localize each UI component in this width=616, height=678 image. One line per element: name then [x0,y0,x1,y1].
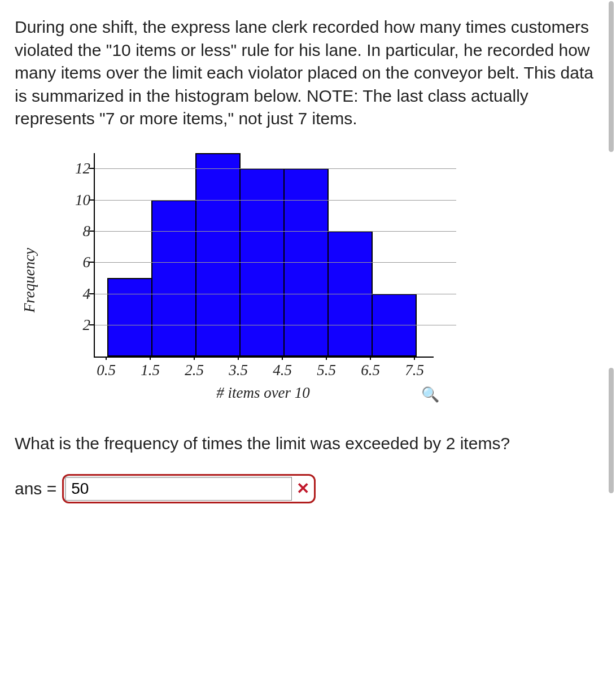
x-tick-label: 4.5 [273,360,292,380]
answer-row: ans = ✕ [15,474,601,503]
incorrect-icon: ✕ [296,478,309,499]
histogram-chart: Frequency 24681012 0.51.52.53.54.55.56.5… [37,147,466,413]
y-tick-label: 2 [68,315,90,335]
y-tick-label: 12 [68,158,90,179]
vertical-scrollbar[interactable] [609,1,614,503]
y-tick-label: 6 [68,252,90,272]
bars-container [107,153,417,357]
bar [195,153,241,357]
x-tick-label: 3.5 [229,360,248,380]
y-tick-label: 10 [68,189,90,210]
bar [151,200,196,357]
problem-statement: During one shift, the express lane clerk… [15,16,601,131]
gridline [95,231,456,232]
y-tick-label: 8 [68,221,90,241]
scrollbar-thumb[interactable] [609,368,614,493]
x-tick-label: 2.5 [185,360,204,380]
question-text: What is the frequency of times the limit… [15,432,601,455]
answer-label: ans = [15,477,56,501]
plot-area: 24681012 [94,153,434,358]
x-tick-label: 7.5 [405,360,424,380]
zoom-icon[interactable]: 🔍 [421,385,439,405]
y-tick-label: 4 [68,284,90,304]
x-ticks: 0.51.52.53.54.55.56.57.5 [94,360,432,378]
gridline [95,168,456,169]
bar [107,278,152,356]
gridline [95,200,456,201]
x-tick-label: 0.5 [97,360,116,380]
answer-box: ✕ [62,474,316,503]
x-tick-label: 1.5 [141,360,160,380]
scrollbar-thumb[interactable] [609,1,614,152]
x-tick-label: 6.5 [361,360,380,380]
answer-input[interactable] [65,477,292,501]
x-tick-label: 5.5 [317,360,336,380]
gridline [95,262,456,263]
gridline [95,325,456,325]
gridline [95,294,456,294]
x-axis-label: # items over 10 [94,383,432,403]
y-axis-label: Frequency [19,247,40,312]
